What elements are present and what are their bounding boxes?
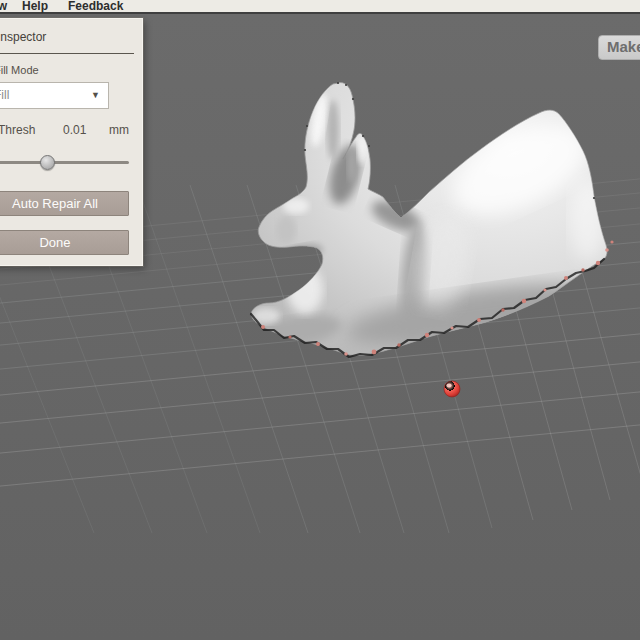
thresh-slider[interactable] (0, 149, 142, 175)
fill-mode-selected-value: Fill (0, 83, 9, 108)
thresh-unit: mm (109, 123, 129, 137)
auto-repair-all-button[interactable]: Auto Repair All (0, 191, 129, 216)
panel-separator (0, 53, 134, 54)
thresh-row: Thresh 0.01 mm (0, 123, 142, 137)
makerbot-button-label: MakerBot (599, 36, 640, 58)
fill-mode-dropdown[interactable]: Fill ▼ (0, 82, 109, 109)
inspector-panel: Inspector Fill Mode Fill ▼ Thresh 0.01 m… (0, 18, 143, 266)
menu-item-help[interactable]: Help (22, 0, 48, 13)
done-button[interactable]: Done (0, 230, 129, 255)
menu-bar: View Help Feedback (0, 0, 640, 14)
defect-marker-sphere[interactable] (444, 381, 460, 397)
chevron-down-icon: ▼ (91, 90, 100, 100)
panel-title: Inspector (0, 30, 46, 44)
slider-handle[interactable] (40, 155, 55, 170)
fill-mode-label: Fill Mode (0, 64, 39, 76)
thresh-value: 0.01 (63, 123, 86, 137)
mesh-model-bunny (251, 82, 617, 360)
menu-item-view[interactable]: View (0, 0, 7, 13)
menu-item-feedback[interactable]: Feedback (68, 0, 123, 13)
thresh-label: Thresh (0, 123, 35, 137)
slider-track[interactable] (0, 161, 129, 164)
makerbot-button[interactable]: MakerBot (598, 35, 640, 60)
